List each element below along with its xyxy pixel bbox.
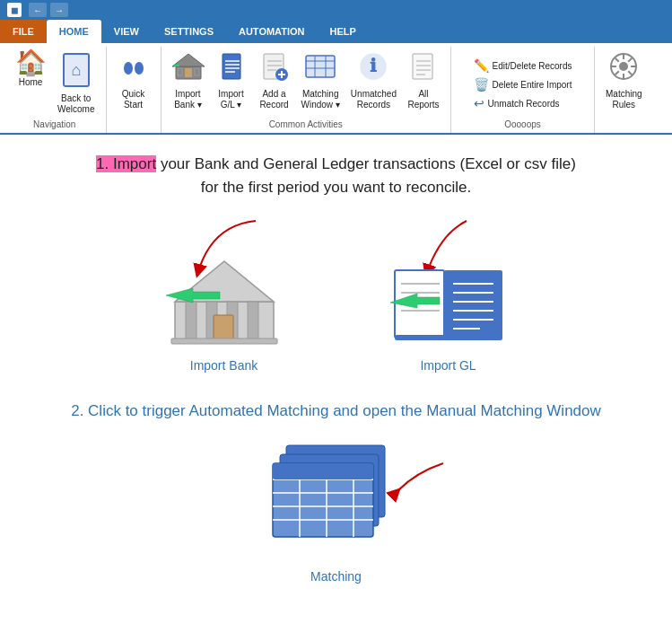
step2-section: 2. Click to trigger Automated Matching a… [71,400,601,584]
app-icon: ◼ [7,3,22,17]
home-button[interactable]: 🏠 Home [11,48,50,90]
tab-view[interactable]: VIEW [101,20,152,43]
delete-entire-label: Delete Entire Import [493,80,572,90]
back-icon: ⌂ [62,50,91,92]
ribbon-group-navigation: 🏠 Home ⌂ Back toWelcome Navigation [4,47,107,133]
quick-start-label: QuickStart [122,89,145,110]
svg-rect-54 [248,302,258,340]
matching-rules-group-label [602,127,646,133]
import-bank-icon-label: Import Bank [190,358,257,373]
tab-home[interactable]: HOME [47,20,101,43]
unmatched-records-label: UnmatchedRecords [351,89,397,110]
step2-icon-row [264,436,407,562]
step1-text: 1. Import your Bank and General Ledger t… [96,153,576,198]
main-content: 1. Import your Bank and General Ledger t… [0,135,672,602]
add-record-icon [258,50,291,87]
home-label: Home [19,77,43,88]
svg-rect-60 [444,270,502,338]
all-reports-icon [407,50,440,87]
ribbon-tabs: FILE HOME VIEW SETTINGS AUTOMATION HELP [0,20,672,43]
svg-rect-12 [223,54,240,79]
matching-rules-label: MatchingRules [606,89,642,110]
step2-text: 2. Click to trigger Automated Matching a… [71,400,601,423]
matching-window-label: MatchingWindow ▾ [301,89,340,110]
all-reports-label: AllReports [407,89,439,110]
back-nav-btn[interactable]: ← [29,3,47,17]
delete-entire-button[interactable]: 🗑️ Delete Entire Import [470,75,576,93]
ribbon-group-ooooops: ✏️ Edit/Delete Records 🗑️ Delete Entire … [451,47,595,133]
common-items: ImportBank ▾ ImportG/L ▾ [169,47,444,117]
gl-icon-svg [390,252,507,351]
svg-line-45 [628,71,632,75]
back-to-welcome-button[interactable]: ⌂ Back toWelcome [54,48,99,117]
edit-delete-button[interactable]: ✏️ Edit/Delete Records [470,57,576,75]
matching-window-button[interactable]: MatchingWindow ▾ [298,48,344,112]
step1-highlight: 1. Import [96,155,156,172]
unmatch-label: Unmatch Records [488,99,560,109]
matching-icon-label: Matching [310,569,362,584]
tab-help[interactable]: HELP [318,20,369,43]
quick-start-icon [118,50,150,87]
add-record-label: Add aRecord [259,89,288,110]
matching-rules-button[interactable]: MatchingRules [602,48,646,112]
svg-line-46 [628,58,632,62]
import-gl-button[interactable]: ImportG/L ▾ [212,48,251,112]
quick-start-button[interactable]: QuickStart [114,48,153,112]
step1-rest: your Bank and General Ledger transaction… [156,155,576,172]
quickstart-group-label [114,127,153,133]
svg-rect-8 [178,68,182,75]
svg-line-44 [615,58,619,62]
svg-rect-83 [273,463,373,479]
matching-window-icon [304,50,336,87]
navigation-items: 🏠 Home ⌂ Back toWelcome [11,47,99,117]
ooooops-items: ✏️ Edit/Delete Records 🗑️ Delete Entire … [470,50,576,117]
title-bar: ◼ ← → [0,0,672,20]
svg-rect-7 [185,68,192,77]
svg-marker-6 [172,54,205,66]
tab-settings[interactable]: SETTINGS [152,20,226,43]
svg-line-47 [615,71,619,75]
ribbon-group-quickstart: QuickStart [107,47,161,133]
quickstart-items: QuickStart [114,47,153,127]
import-gl-icon-label: Import GL [420,358,476,373]
back-to-welcome-label: Back toWelcome [57,93,95,115]
forward-nav-btn[interactable]: → [50,3,68,17]
svg-rect-56 [171,338,277,344]
import-gl-label: ImportG/L ▾ [218,89,243,110]
import-gl-item: Import GL [390,216,507,373]
unmatch-button[interactable]: ↩ Unmatch Records [470,94,576,112]
unmatch-icon: ↩ [474,96,484,110]
bank-icon-svg [166,252,283,351]
navigation-group-label: Navigation [11,117,99,133]
svg-rect-33 [413,54,432,79]
import-bank-icon [172,50,205,87]
svg-point-39 [619,62,628,71]
svg-point-3 [124,62,133,75]
add-record-button[interactable]: Add aRecord [255,48,294,112]
svg-rect-55 [214,315,233,340]
ribbon-group-matching-rules: MatchingRules [595,47,653,133]
import-bank-item: Import Bank [166,216,283,373]
svg-rect-51 [186,302,196,340]
import-gl-icon [215,50,248,87]
import-bank-label: ImportBank ▾ [174,89,202,110]
ribbon: 🏠 Home ⌂ Back toWelcome Navigation [0,43,672,135]
matching-rules-icon [607,50,640,87]
tab-file[interactable]: FILE [0,20,47,43]
edit-delete-label: Edit/Delete Records [493,61,572,71]
svg-rect-72 [395,335,502,340]
edit-delete-icon: ✏️ [474,58,489,73]
ribbon-group-common: ImportBank ▾ ImportG/L ▾ [161,47,452,133]
unmatched-records-button[interactable]: ℹ UnmatchedRecords [347,48,400,112]
icons-row: Import Bank [166,216,507,373]
arrow-matching [380,454,452,508]
step1-rest2: for the first period you want to reconci… [201,179,471,196]
tab-automation[interactable]: AUTOMATION [226,20,318,43]
ooooops-group-label: Ooooops [458,117,587,133]
nav-buttons: ← → [29,3,68,17]
svg-rect-9 [195,68,199,75]
delete-entire-icon: 🗑️ [474,77,489,92]
import-bank-button[interactable]: ImportBank ▾ [169,48,208,112]
svg-rect-25 [306,56,335,77]
all-reports-button[interactable]: AllReports [404,48,443,112]
